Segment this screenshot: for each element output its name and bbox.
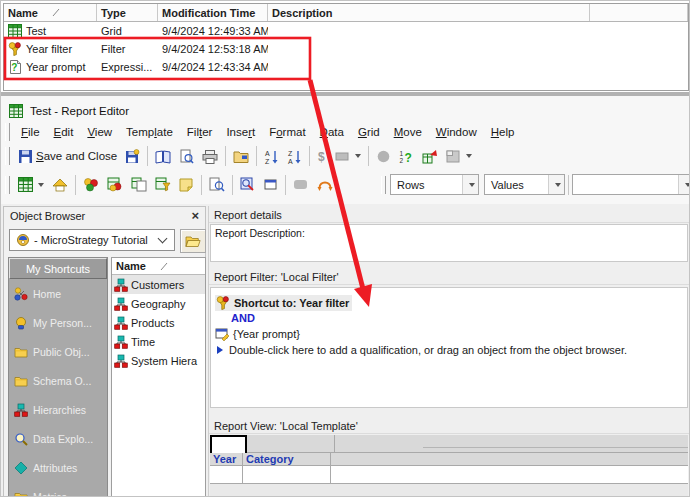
grid-colors-button[interactable] <box>103 174 127 195</box>
toolbar-drag-handle[interactable] <box>381 176 386 194</box>
filter-hint-row[interactable]: Double-click here to add a qualification… <box>215 344 627 356</box>
sidebar-item-home[interactable]: Home <box>9 279 107 308</box>
axis-selector-rows[interactable]: Rows <box>390 174 479 195</box>
report-filter-box[interactable]: Shortcut to: Year filter AND {Year promp… <box>210 287 688 408</box>
sidebar-item-my-personal[interactable]: My Person... <box>9 308 107 337</box>
copy-grid-button[interactable] <box>127 174 151 195</box>
properties-button[interactable] <box>229 146 253 167</box>
grid-header-cell[interactable] <box>247 435 335 453</box>
filter-shortcut-row[interactable]: Shortcut to: Year filter <box>215 295 352 311</box>
menu-window[interactable]: Window <box>429 124 484 140</box>
new-window-button[interactable] <box>259 174 282 195</box>
toolbar-drag-handle[interactable] <box>5 147 10 165</box>
notes-button[interactable] <box>175 174 198 195</box>
gray-blob-icon <box>293 177 309 192</box>
pivot-button[interactable] <box>418 146 442 167</box>
project-selector-combo[interactable]: - MicroStrategy Tutorial <box>9 229 175 251</box>
menu-edit[interactable]: Edit <box>47 124 81 140</box>
list-item-system-hierarchy[interactable]: System Hiera <box>112 351 205 370</box>
filter-prompt-row[interactable]: {Year prompt} <box>215 327 300 341</box>
zoom-grid-button[interactable] <box>236 174 259 195</box>
svg-text:A: A <box>288 157 293 164</box>
prompt-icon <box>8 60 22 74</box>
axis-selector-values[interactable]: Values <box>484 174 565 195</box>
toolbar-drag-handle[interactable] <box>5 123 10 141</box>
sidebar-item-data-explorer[interactable]: Data Explo... <box>9 424 107 453</box>
sidebar-item-hierarchies[interactable]: Hierarchies <box>9 395 107 424</box>
grid-column-year[interactable]: Year <box>210 453 243 466</box>
sidebar-item-public-objects[interactable]: Public Obj... <box>9 337 107 366</box>
menu-move[interactable]: Move <box>387 124 429 140</box>
save-as-button[interactable] <box>121 146 144 167</box>
svg-text:1: 1 <box>400 150 404 157</box>
column-header-type[interactable]: Type <box>97 4 158 21</box>
grid-view-icon <box>18 177 33 192</box>
grid-body-cell[interactable] <box>210 466 243 484</box>
subtotals-dropdown-button[interactable] <box>331 146 365 167</box>
list-item-time[interactable]: Time <box>112 332 205 351</box>
find-button[interactable] <box>205 174 229 195</box>
drawing-shape-button[interactable] <box>372 146 395 167</box>
hierarchy-list-panel: Name Customers Geography Products Time S… <box>111 257 206 497</box>
list-item-products[interactable]: Products <box>112 313 205 332</box>
sidebar-item-schema-objects[interactable]: Schema O... <box>9 366 107 395</box>
column-header-name[interactable]: Name <box>4 4 97 21</box>
swap-axes-button[interactable] <box>313 174 337 195</box>
grid-header-cell[interactable] <box>331 453 688 466</box>
browse-folder-button[interactable] <box>180 229 206 253</box>
column-label: Name <box>116 260 146 272</box>
menu-help[interactable]: Help <box>484 124 522 140</box>
menu-filter[interactable]: Filter <box>180 124 220 140</box>
column-header-modified[interactable]: Modification Time <box>158 4 268 21</box>
page-placeholder-button[interactable] <box>442 146 476 167</box>
filter-grid-button[interactable] <box>151 174 175 195</box>
menu-grid[interactable]: Grid <box>351 124 387 140</box>
save-and-close-button[interactable]: Save and Close <box>14 146 121 167</box>
menu-file[interactable]: File <box>14 124 47 140</box>
grid-column-category[interactable]: Category <box>243 453 331 466</box>
save-and-close-label: Save and Close <box>36 150 117 162</box>
grid-body-cell[interactable] <box>331 466 688 484</box>
shape-button[interactable] <box>289 174 313 195</box>
table-row-year-prompt[interactable]: Year prompt Expressi... 9/4/2024 12:43:3… <box>4 58 688 76</box>
list-item-geography[interactable]: Geography <box>112 294 205 313</box>
folder-icon <box>14 374 28 388</box>
sidebar-item-metrics[interactable]: Metrics <box>9 482 107 497</box>
object-colors-button[interactable] <box>79 174 103 195</box>
object-modified: 9/4/2024 12:43:34 AM <box>158 61 268 73</box>
close-icon[interactable]: × <box>191 210 199 222</box>
table-row-test[interactable]: Test Grid 9/4/2024 12:49:33 AM <box>4 22 688 40</box>
print-preview-icon <box>179 149 194 164</box>
object-selector-combo[interactable] <box>572 174 690 195</box>
banding-button[interactable]: $ <box>313 146 331 167</box>
report-description-box[interactable]: Report Description: <box>210 224 688 262</box>
table-row-year-filter[interactable]: Year filter Filter 9/4/2024 12:53:18 AM <box>4 40 688 58</box>
toolbar-drag-handle[interactable] <box>5 176 10 194</box>
menu-format[interactable]: Format <box>262 124 312 140</box>
sidebar-item-attributes[interactable]: Attributes <box>9 453 107 482</box>
grid-body-cell[interactable] <box>243 466 331 484</box>
menu-insert[interactable]: Insert <box>219 124 262 140</box>
filter-operator-and[interactable]: AND <box>231 312 255 324</box>
sort-ascending-button[interactable]: AZ <box>260 146 283 167</box>
column-header-description[interactable]: Description <box>268 4 590 21</box>
menu-template[interactable]: Template <box>119 124 180 140</box>
column-header-empty <box>590 4 688 21</box>
grid-view-dropdown-button[interactable] <box>14 174 48 195</box>
list-column-header-name[interactable]: Name <box>112 258 205 275</box>
list-item-customers[interactable]: Customers <box>112 275 205 294</box>
shortcuts-header[interactable]: My Shortcuts <box>9 258 107 279</box>
sort-descending-button[interactable]: ZA <box>283 146 306 167</box>
print-button[interactable] <box>198 146 222 167</box>
hierarchy-icon <box>114 297 128 311</box>
print-preview-button[interactable] <box>175 146 198 167</box>
column-label: Description <box>272 7 333 19</box>
menu-view[interactable]: View <box>80 124 119 140</box>
save-icon <box>18 149 33 164</box>
prompt-order-button[interactable]: 12? <box>395 146 418 167</box>
design-view-button[interactable] <box>48 174 72 195</box>
menu-data[interactable]: Data <box>313 124 351 140</box>
filter-hint-label: Double-click here to add a qualification… <box>229 344 627 356</box>
contents-button[interactable] <box>151 146 175 167</box>
grid-metrics-area[interactable] <box>335 435 688 453</box>
